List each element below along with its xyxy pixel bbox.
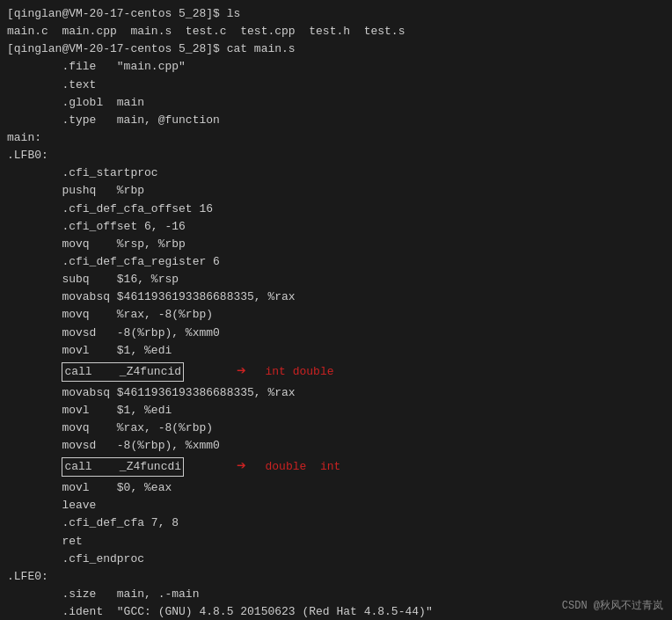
asm-movsd1: movsd -8(%rbp), %xmm0 (7, 325, 220, 342)
line-main-label: main: (7, 129, 665, 147)
line-lfb0: .LFB0: (7, 147, 665, 164)
asm-cfi-start: .cfi_startproc (7, 164, 158, 182)
line-movl1: movl $1, %edi (7, 342, 665, 360)
line-text: .text (7, 77, 665, 94)
asm-lfe0: .LFE0: (7, 568, 48, 586)
line-movl2: movl $1, %edi (7, 402, 665, 419)
line-cat-cmd: [qinglan@VM-20-17-centos 5_28]$ cat main… (7, 40, 665, 58)
line-subq: subq $16, %rsp (7, 271, 665, 288)
asm-cfi-cfa: .cfi_def_cfa 7, 8 (7, 514, 179, 532)
asm-main: main: (7, 129, 41, 147)
prompt-1: [qinglan@VM-20-17-centos 5_28]$ ls (7, 5, 240, 23)
asm-movsd2: movsd -8(%rbp), %xmm0 (7, 437, 220, 455)
asm-movq-rax: movq %rax, -8(%rbp) (7, 306, 213, 324)
prompt-2: [qinglan@VM-20-17-centos 5_28]$ cat main… (7, 40, 296, 58)
asm-globl: .globl main (7, 94, 144, 112)
terminal: [qinglan@VM-20-17-centos 5_28]$ ls main.… (0, 0, 672, 620)
call1-box: call _Z4funcid (62, 362, 184, 382)
line-file: .file "main.cpp" (7, 58, 665, 76)
annotation1-label: int double (252, 363, 334, 381)
asm-call2-indent (7, 458, 62, 476)
asm-movl1: movl $1, %edi (7, 342, 172, 360)
line-cfi-offset: .cfi_offset 6, -16 (7, 218, 665, 236)
line-movabsq1: movabsq $4611936193386688335, %rax (7, 288, 665, 306)
asm-size: .size main, .-main (7, 586, 199, 603)
line-globl: .globl main (7, 94, 665, 112)
line-movq-rax: movq %rax, -8(%rbp) (7, 306, 665, 324)
line-lfe0: .LFE0: (7, 568, 665, 586)
line-cfi-endproc: .cfi_endproc (7, 551, 665, 568)
line-movl3: movl $0, %eax (7, 479, 665, 497)
line-pushq: pushq %rbp (7, 182, 665, 200)
asm-type: .type main, @function (7, 112, 220, 129)
asm-file: .file "main.cpp" (7, 58, 186, 76)
asm-movl2: movl $1, %edi (7, 402, 172, 419)
call2-box: call _Z4funcdi (62, 457, 184, 477)
line-cfi-start: .cfi_startproc (7, 164, 665, 182)
asm-movq-rax2: movq %rax, -8(%rbp) (7, 419, 213, 437)
line-call1: call _Z4funcid ➔ int double (7, 360, 665, 384)
asm-call1-indent (7, 363, 62, 381)
watermark: CSDN @秋风不过青岚 (562, 598, 663, 613)
asm-ident: .ident "GCC: (GNU) 4.8.5 20150623 (Red H… (7, 603, 433, 620)
asm-leave: leave (7, 497, 96, 514)
line-cfi-cfa: .cfi_def_cfa 7, 8 (7, 514, 665, 532)
line-type: .type main, @function (7, 112, 665, 129)
arrow2: ➔ (237, 455, 246, 479)
line-cfi-cfa-offset: .cfi_def_cfa_offset 16 (7, 201, 665, 218)
line-ret: ret (7, 533, 665, 551)
line-cfi-register: .cfi_def_cfa_register 6 (7, 253, 665, 271)
annotation2-label: double int (252, 458, 340, 476)
asm-cfi-register: .cfi_def_cfa_register 6 (7, 253, 220, 271)
line-movsd1: movsd -8(%rbp), %xmm0 (7, 325, 665, 342)
line-movq-rsp: movq %rsp, %rbp (7, 236, 665, 253)
arrow1: ➔ (237, 360, 246, 384)
asm-text: .text (7, 77, 96, 94)
line-ls-output: main.c main.cpp main.s test.c test.cpp t… (7, 23, 665, 40)
line-movsd2: movsd -8(%rbp), %xmm0 (7, 437, 665, 455)
asm-movabsq1: movabsq $4611936193386688335, %rax (7, 288, 296, 306)
asm-lfb0: .LFB0: (7, 147, 48, 164)
asm-subq: subq $16, %rsp (7, 271, 179, 288)
line-movq-rax2: movq %rax, -8(%rbp) (7, 419, 665, 437)
asm-movq-rsp: movq %rsp, %rbp (7, 236, 186, 253)
asm-pushq: pushq %rbp (7, 182, 144, 200)
asm-ret: ret (7, 533, 83, 551)
asm-movabsq2: movabsq $4611936193386688335, %rax (7, 384, 296, 402)
asm-cfi-offset: .cfi_offset 6, -16 (7, 218, 186, 236)
line-leave: leave (7, 497, 665, 514)
line-call2: call _Z4funcdi ➔ double int (7, 455, 665, 479)
line-ls-cmd: [qinglan@VM-20-17-centos 5_28]$ ls (7, 5, 665, 23)
asm-movl3: movl $0, %eax (7, 479, 172, 497)
asm-cfi-cfa-offset: .cfi_def_cfa_offset 16 (7, 201, 213, 218)
line-movabsq2: movabsq $4611936193386688335, %rax (7, 384, 665, 402)
ls-output: main.c main.cpp main.s test.c test.cpp t… (7, 23, 405, 40)
asm-cfi-endproc: .cfi_endproc (7, 551, 144, 568)
